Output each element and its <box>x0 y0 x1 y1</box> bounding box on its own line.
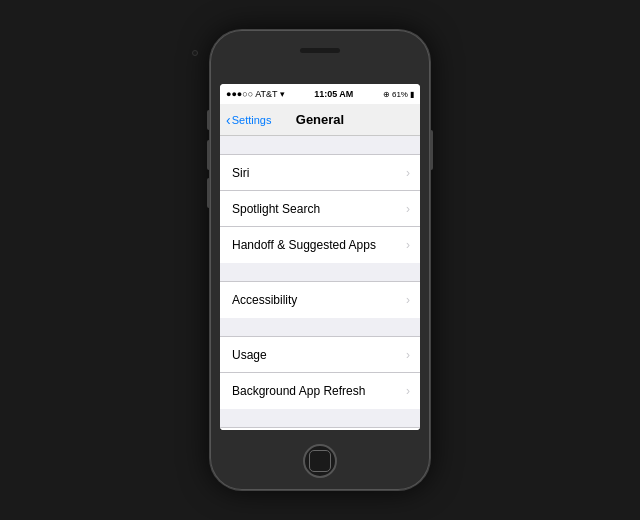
status-bar: ●●●○○ AT&T ▾ 11:05 AM ⊕ 61% ▮ <box>220 84 420 104</box>
wifi-icon: ▾ <box>280 89 285 99</box>
section-gap-4 <box>220 409 420 427</box>
cell-right: › <box>406 238 410 252</box>
location-icon: ⊕ <box>383 90 390 99</box>
status-time: 11:05 AM <box>314 89 353 99</box>
list-item[interactable]: Handoff & Suggested Apps › <box>220 227 420 263</box>
list-item[interactable]: Siri › <box>220 155 420 191</box>
chevron-right-icon: › <box>406 348 410 362</box>
cell-label-spotlight: Spotlight Search <box>232 202 320 216</box>
phone-screen: ●●●○○ AT&T ▾ 11:05 AM ⊕ 61% ▮ ‹ Settings… <box>220 84 420 430</box>
power-button <box>430 130 433 170</box>
cell-right: › <box>406 293 410 307</box>
volume-down-button <box>207 178 210 208</box>
list-item[interactable]: Background App Refresh › <box>220 373 420 409</box>
section-gap-top <box>220 136 420 154</box>
section-gap-3 <box>220 318 420 336</box>
cell-label-accessibility: Accessibility <box>232 293 297 307</box>
cell-right: › <box>406 202 410 216</box>
battery-label: 61% <box>392 90 408 99</box>
home-button-inner <box>309 450 331 472</box>
cell-label-background-app-refresh: Background App Refresh <box>232 384 365 398</box>
back-label: Settings <box>232 114 272 126</box>
signal-dots: ●●●○○ <box>226 89 253 99</box>
cell-right: › <box>406 166 410 180</box>
settings-list: Siri › Spotlight Search › Handoff & Sugg… <box>220 136 420 430</box>
chevron-right-icon: › <box>406 293 410 307</box>
mute-button <box>207 110 210 130</box>
list-item[interactable]: Auto-Lock 1 Minute › <box>220 428 420 430</box>
nav-bar: ‹ Settings General <box>220 104 420 136</box>
volume-up-button <box>207 140 210 170</box>
chevron-right-icon: › <box>406 166 410 180</box>
section-3: Usage › Background App Refresh › <box>220 336 420 409</box>
list-item[interactable]: Usage › <box>220 337 420 373</box>
section-4: Auto-Lock 1 Minute › Restrictions Off › <box>220 427 420 430</box>
nav-title: General <box>296 112 344 127</box>
section-1: Siri › Spotlight Search › Handoff & Sugg… <box>220 154 420 263</box>
list-item[interactable]: Spotlight Search › <box>220 191 420 227</box>
section-gap-2 <box>220 263 420 281</box>
cell-right: › <box>406 384 410 398</box>
battery-icon: ▮ <box>410 90 414 99</box>
phone-speaker <box>300 48 340 53</box>
back-button[interactable]: ‹ Settings <box>226 112 271 128</box>
status-left: ●●●○○ AT&T ▾ <box>226 89 285 99</box>
cell-label-usage: Usage <box>232 348 267 362</box>
cell-label-handoff: Handoff & Suggested Apps <box>232 238 376 252</box>
chevron-right-icon: › <box>406 202 410 216</box>
home-button[interactable] <box>303 444 337 478</box>
chevron-right-icon: › <box>406 238 410 252</box>
phone-camera <box>192 50 198 56</box>
cell-label-siri: Siri <box>232 166 249 180</box>
back-chevron-icon: ‹ <box>226 112 231 128</box>
list-item[interactable]: Accessibility › <box>220 282 420 318</box>
phone-frame: ●●●○○ AT&T ▾ 11:05 AM ⊕ 61% ▮ ‹ Settings… <box>210 30 430 490</box>
status-right: ⊕ 61% ▮ <box>383 90 414 99</box>
section-2: Accessibility › <box>220 281 420 318</box>
carrier-label: AT&T <box>255 89 277 99</box>
chevron-right-icon: › <box>406 384 410 398</box>
cell-right: › <box>406 348 410 362</box>
